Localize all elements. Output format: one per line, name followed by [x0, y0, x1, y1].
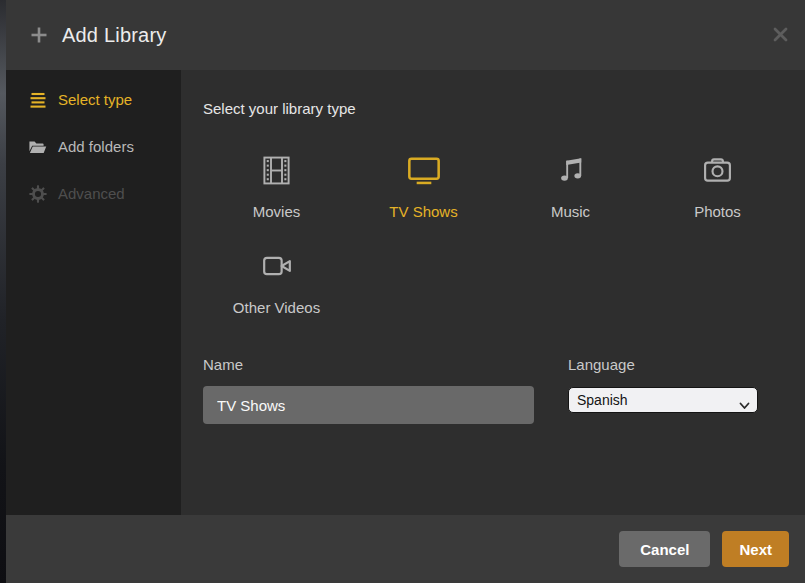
cancel-button[interactable]: Cancel: [619, 531, 710, 567]
folder-open-icon: [28, 137, 47, 156]
sidebar-item-label: Add folders: [58, 138, 134, 155]
sidebar-item-select-type[interactable]: Select type: [6, 76, 181, 123]
sidebar-item-label: Advanced: [58, 185, 125, 202]
list-lines-icon: [28, 90, 47, 109]
wizard-steps-sidebar: Select type Add folders: [6, 70, 181, 515]
modal-title: Add Library: [62, 24, 166, 47]
library-type-grid: Movies TV Shows: [203, 152, 791, 316]
type-option-other-videos[interactable]: Other Videos: [203, 248, 350, 316]
type-label: TV Shows: [389, 203, 457, 220]
type-option-movies[interactable]: Movies: [203, 152, 350, 220]
type-label: Movies: [253, 203, 301, 220]
panel-heading: Select your library type: [203, 100, 791, 117]
modal-header: Add Library: [6, 0, 805, 70]
type-option-tv-shows[interactable]: TV Shows: [350, 152, 497, 220]
language-select[interactable]: Spanish: [568, 387, 758, 413]
next-button[interactable]: Next: [722, 531, 789, 567]
type-label: Other Videos: [233, 299, 320, 316]
sidebar-item-advanced: Advanced: [6, 170, 181, 217]
film-strip-icon: [260, 152, 293, 188]
type-label: Photos: [694, 203, 741, 220]
language-field-group: Language Spanish: [568, 356, 758, 413]
sidebar-item-add-folders[interactable]: Add folders: [6, 123, 181, 170]
close-icon[interactable]: [769, 23, 791, 45]
sidebar-item-label: Select type: [58, 91, 132, 108]
tv-icon: [405, 152, 443, 188]
gear-icon: [28, 184, 47, 203]
camera-icon: [701, 152, 734, 188]
library-name-input[interactable]: [203, 386, 534, 424]
add-library-modal: Add Library Select type: [6, 0, 805, 583]
type-option-photos[interactable]: Photos: [644, 152, 791, 220]
modal-body: Select type Add folders: [6, 70, 805, 515]
type-option-music[interactable]: Music: [497, 152, 644, 220]
name-field-label: Name: [203, 356, 534, 373]
library-settings-fields: Name Language Spanish: [203, 356, 791, 436]
language-field-label: Language: [568, 356, 758, 373]
plus-icon: [28, 24, 50, 46]
name-field-group: Name: [203, 356, 534, 424]
type-label: Music: [551, 203, 590, 220]
music-notes-icon: [556, 152, 586, 188]
modal-footer: Cancel Next: [6, 515, 805, 583]
select-type-panel: Select your library type: [181, 70, 805, 515]
video-camera-icon: [260, 248, 294, 284]
